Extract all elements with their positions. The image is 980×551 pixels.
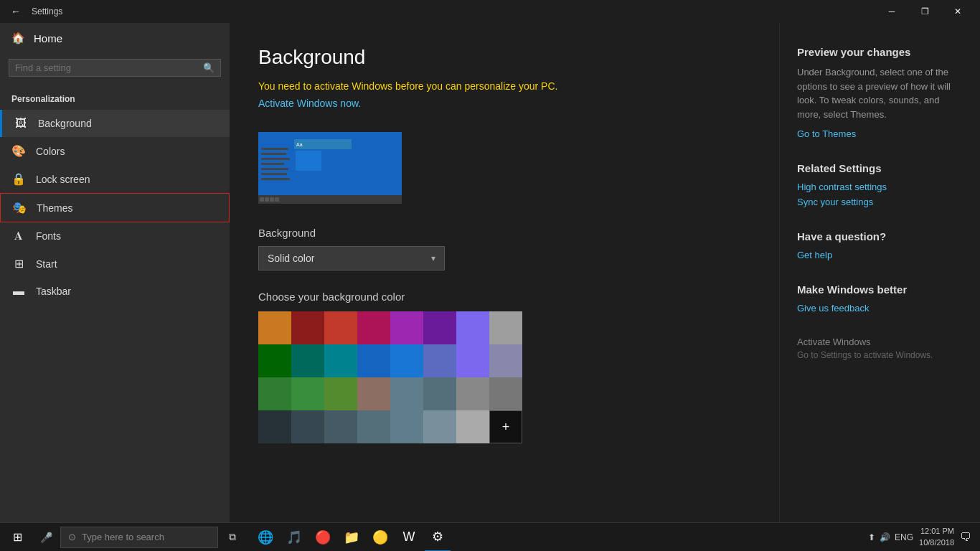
color-swatch[interactable] [390, 410, 423, 443]
titlebar: ← Settings ─ ❐ ✕ [0, 0, 980, 23]
taskbar-app-word[interactable]: W [396, 523, 422, 552]
activate-windows-title: Activate Windows [797, 336, 963, 347]
preview-tiles [294, 149, 352, 189]
back-button[interactable]: ← [6, 1, 26, 22]
sidebar-label-taskbar: Taskbar [36, 286, 71, 297]
system-tray: ⬆ 🔊 ENG [868, 532, 913, 542]
sidebar-label-colors: Colors [36, 146, 65, 157]
color-swatch[interactable] [423, 311, 456, 344]
color-grid: + [258, 311, 522, 443]
sidebar-item-fonts[interactable]: 𝐀 Fonts [0, 222, 230, 250]
start-button[interactable]: ⊞ [3, 523, 32, 552]
color-swatch[interactable] [291, 410, 324, 443]
color-swatch[interactable] [357, 311, 390, 344]
color-swatch[interactable] [456, 311, 489, 344]
sidebar-item-background[interactable]: 🖼 Background [0, 110, 230, 137]
color-swatch[interactable] [390, 311, 423, 344]
color-swatch[interactable] [357, 377, 390, 410]
taskbar-search-label: Type here to search [82, 532, 164, 542]
color-swatch[interactable] [324, 377, 357, 410]
feedback-link[interactable]: Give us feedback [797, 303, 963, 314]
color-swatch[interactable] [456, 344, 489, 377]
window-controls: ─ ❐ ✕ [875, 0, 974, 23]
go-to-themes-link[interactable]: Go to Themes [797, 128, 963, 139]
color-swatch[interactable] [456, 410, 489, 443]
color-swatch[interactable] [489, 377, 522, 410]
background-dropdown[interactable]: Solid color ▾ [258, 246, 445, 270]
color-swatch[interactable] [423, 377, 456, 410]
color-swatch[interactable] [291, 344, 324, 377]
color-swatch[interactable] [291, 311, 324, 344]
close-button[interactable]: ✕ [941, 0, 974, 23]
taskbar-icon: ▬ [11, 285, 26, 298]
color-swatch[interactable] [390, 344, 423, 377]
activate-windows-link[interactable]: Activate Windows now. [258, 98, 750, 109]
preview-window: Aa [258, 132, 402, 204]
search-icon: 🔍 [203, 62, 215, 73]
sidebar-item-lock-screen[interactable]: 🔒 Lock screen [0, 165, 230, 193]
high-contrast-link[interactable]: High contrast settings [797, 182, 963, 192]
taskbar-app-chrome[interactable]: 🟡 [367, 523, 393, 552]
preview-section-desc: Under Background, select one of the opti… [797, 65, 963, 121]
color-swatch[interactable]: + [489, 410, 522, 443]
color-swatch[interactable] [357, 344, 390, 377]
sync-settings-link[interactable]: Sync your settings [797, 197, 963, 207]
activate-windows-section: Activate Windows Go to Settings to activ… [797, 336, 963, 360]
sidebar-label-themes: Themes [37, 202, 73, 214]
app-body: 🏠 Home 🔍 Personalization 🖼 Background 🎨 … [0, 23, 980, 522]
taskbar-apps: 🌐🎵🔴📁🟡W⚙ [253, 523, 451, 552]
search-icon: ⊙ [68, 532, 76, 542]
sidebar-item-colors[interactable]: 🎨 Colors [0, 137, 230, 165]
color-swatch[interactable] [324, 344, 357, 377]
lang-label[interactable]: ENG [895, 532, 913, 542]
taskbar-right: ⬆ 🔊 ENG 12:01 PM 10/8/2018 🗨 [868, 526, 977, 548]
color-swatch[interactable] [423, 344, 456, 377]
clock[interactable]: 12:01 PM 10/8/2018 [919, 526, 954, 548]
color-swatch[interactable] [258, 410, 291, 443]
colors-icon: 🎨 [11, 144, 26, 158]
main-content: Background You need to activate Windows … [230, 23, 779, 522]
color-swatch[interactable] [258, 311, 291, 344]
minimize-button[interactable]: ─ [875, 0, 908, 23]
right-panel: Preview your changes Under Background, s… [779, 23, 980, 522]
color-swatch[interactable] [489, 311, 522, 344]
speaker-icon[interactable]: 🔊 [880, 532, 890, 542]
sidebar-home[interactable]: 🏠 Home [0, 23, 230, 53]
color-swatch[interactable] [489, 344, 522, 377]
color-swatch[interactable] [357, 410, 390, 443]
task-view-button[interactable]: ⧉ [220, 523, 245, 552]
help-section: Have a question? Get help [797, 230, 963, 260]
color-swatch[interactable] [258, 377, 291, 410]
home-icon: 🏠 [11, 32, 25, 44]
themes-icon: 🎭 [12, 201, 27, 215]
background-icon: 🖼 [14, 117, 28, 130]
search-box[interactable]: 🔍 [9, 59, 221, 77]
color-swatch[interactable] [390, 377, 423, 410]
color-swatch[interactable] [324, 410, 357, 443]
color-swatch[interactable] [324, 311, 357, 344]
color-swatch[interactable] [291, 377, 324, 410]
taskbar-app-media[interactable]: 🎵 [281, 523, 307, 552]
taskbar-app-opera[interactable]: 🔴 [310, 523, 336, 552]
maximize-button[interactable]: ❐ [908, 0, 941, 23]
sidebar-item-taskbar[interactable]: ▬ Taskbar [0, 278, 230, 305]
taskbar-search[interactable]: ⊙ Type here to search [60, 527, 218, 548]
sidebar-item-start[interactable]: ⊞ Start [0, 250, 230, 278]
taskbar-app-edge[interactable]: 🌐 [253, 523, 278, 552]
color-swatch[interactable] [456, 377, 489, 410]
preview-taskbar [258, 195, 402, 204]
taskbar-app-explorer[interactable]: 📁 [339, 523, 364, 552]
search-input[interactable] [15, 62, 199, 73]
preview-section-title: Preview your changes [797, 46, 963, 58]
notification-icon[interactable]: 🗨 [960, 531, 971, 544]
color-swatch[interactable] [423, 410, 456, 443]
taskbar-app-settings[interactable]: ⚙ [425, 523, 451, 552]
sidebar-item-themes[interactable]: 🎭 Themes [0, 193, 230, 222]
cortana-mic[interactable]: 🎤 [33, 523, 59, 552]
get-help-link[interactable]: Get help [797, 250, 963, 260]
color-swatch[interactable] [258, 344, 291, 377]
dropdown-value: Solid color [268, 253, 314, 264]
fonts-icon: 𝐀 [11, 230, 26, 242]
network-icon[interactable]: ⬆ [868, 532, 875, 542]
feedback-section-title: Make Windows better [797, 283, 963, 296]
